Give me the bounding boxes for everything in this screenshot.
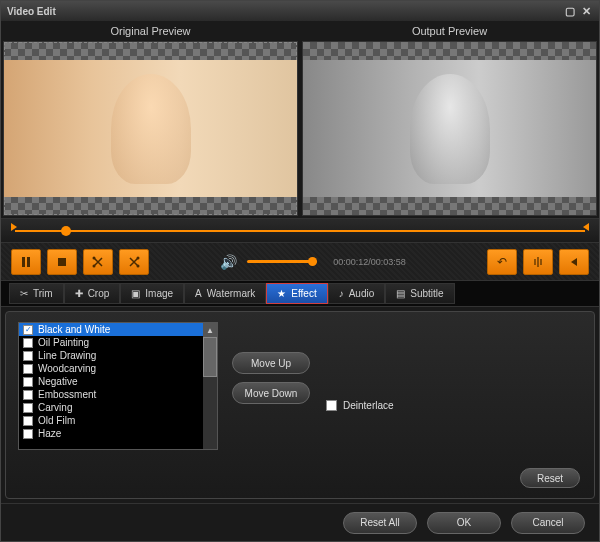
effect-item[interactable]: Oil Painting [19, 336, 217, 349]
effect-checkbox[interactable] [23, 416, 33, 426]
original-preview-label: Original Preview [1, 21, 300, 41]
effect-item[interactable]: Carving [19, 401, 217, 414]
svg-point-5 [137, 256, 140, 259]
effect-checkbox[interactable] [23, 351, 33, 361]
tab-effect[interactable]: ★Effect [266, 283, 327, 304]
crop-icon: ✚ [75, 288, 83, 299]
svg-point-4 [93, 264, 96, 267]
window-title: Video Edit [7, 6, 56, 17]
effect-label: Embossment [38, 389, 96, 400]
effect-checkbox[interactable] [23, 377, 33, 387]
volume-icon: 🔊 [220, 254, 237, 270]
effect-item[interactable]: Haze [19, 427, 217, 440]
effect-item[interactable]: ✓Black and White [19, 323, 217, 336]
effect-item[interactable]: Line Drawing [19, 349, 217, 362]
output-preview [302, 41, 597, 216]
close-button[interactable]: ✕ [579, 5, 593, 17]
cut-left-button[interactable] [83, 249, 113, 275]
edit-tabs: ✂Trim ✚Crop ▣Image AWatermark ★Effect ♪A… [1, 281, 599, 307]
maximize-button[interactable]: ▢ [563, 5, 577, 17]
cancel-button[interactable]: Cancel [511, 512, 585, 534]
pause-button[interactable] [11, 249, 41, 275]
preview-area: Original Preview Output Preview [1, 21, 599, 219]
effect-label: Carving [38, 402, 72, 413]
tab-watermark[interactable]: AWatermark [184, 283, 266, 304]
tab-trim[interactable]: ✂Trim [9, 283, 64, 304]
cut-right-button[interactable] [119, 249, 149, 275]
music-note-icon: ♪ [339, 288, 344, 299]
output-preview-column: Output Preview [300, 21, 599, 218]
effect-label: Line Drawing [38, 350, 96, 361]
effect-item[interactable]: Old Film [19, 414, 217, 427]
reset-all-button[interactable]: Reset All [343, 512, 417, 534]
volume-thumb[interactable] [308, 257, 317, 266]
original-preview[interactable] [3, 41, 298, 216]
effect-label: Black and White [38, 324, 110, 335]
effect-checkbox[interactable]: ✓ [23, 325, 33, 335]
undo-button[interactable]: ↶ [487, 249, 517, 275]
deinterlace-label: Deinterlace [343, 400, 394, 411]
tab-crop[interactable]: ✚Crop [64, 283, 121, 304]
playback-controls: 🔊 00:00:12/00:03:58 ↶ [1, 243, 599, 281]
effect-label: Haze [38, 428, 61, 439]
effect-item[interactable]: Woodcarving [19, 362, 217, 375]
effect-checkbox[interactable] [23, 390, 33, 400]
playhead[interactable] [61, 226, 71, 236]
subtitle-icon: ▤ [396, 288, 405, 299]
stop-button[interactable] [47, 249, 77, 275]
scroll-thumb[interactable] [203, 337, 217, 377]
watermark-icon: A [195, 288, 202, 299]
rotate-button[interactable] [559, 249, 589, 275]
playback-time: 00:00:12/00:03:58 [333, 257, 406, 267]
effect-label: Oil Painting [38, 337, 89, 348]
reorder-controls: Move Up Move Down [232, 322, 310, 488]
ok-button[interactable]: OK [427, 512, 501, 534]
original-preview-column: Original Preview [1, 21, 300, 218]
deinterlace-checkbox[interactable] [326, 400, 337, 411]
move-down-button[interactable]: Move Down [232, 382, 310, 404]
move-up-button[interactable]: Move Up [232, 352, 310, 374]
effect-label: Negative [38, 376, 77, 387]
effect-checkbox[interactable] [23, 338, 33, 348]
effect-list[interactable]: ✓Black and WhiteOil PaintingLine Drawing… [18, 322, 218, 450]
flip-button[interactable] [523, 249, 553, 275]
svg-rect-0 [22, 257, 25, 267]
svg-point-6 [137, 264, 140, 267]
effect-label: Old Film [38, 415, 75, 426]
video-edit-window: Video Edit ▢ ✕ Original Preview Output P… [0, 0, 600, 542]
star-icon: ★ [277, 288, 286, 299]
deinterlace-option[interactable]: Deinterlace [326, 400, 394, 411]
svg-rect-1 [27, 257, 30, 267]
scissors-icon: ✂ [20, 288, 28, 299]
effect-checkbox[interactable] [23, 429, 33, 439]
tab-subtitle[interactable]: ▤Subtitle [385, 283, 454, 304]
effect-scrollbar[interactable]: ▲ [203, 323, 217, 449]
dialog-footer: Reset All OK Cancel [1, 503, 599, 541]
scroll-up-arrow[interactable]: ▲ [203, 323, 217, 337]
volume-slider[interactable] [247, 260, 317, 263]
image-icon: ▣ [131, 288, 140, 299]
svg-point-3 [93, 256, 96, 259]
timeline[interactable] [1, 219, 599, 243]
effect-label: Woodcarving [38, 363, 96, 374]
reset-button[interactable]: Reset [520, 468, 580, 488]
effect-checkbox[interactable] [23, 403, 33, 413]
timeline-track [15, 230, 585, 232]
tab-audio[interactable]: ♪Audio [328, 283, 386, 304]
effect-item[interactable]: Negative [19, 375, 217, 388]
titlebar: Video Edit ▢ ✕ [1, 1, 599, 21]
effect-checkbox[interactable] [23, 364, 33, 374]
output-preview-label: Output Preview [300, 21, 599, 41]
trim-end-marker[interactable] [583, 223, 589, 231]
svg-rect-2 [58, 258, 66, 266]
tab-image[interactable]: ▣Image [120, 283, 184, 304]
effect-item[interactable]: Embossment [19, 388, 217, 401]
effects-panel: ✓Black and WhiteOil PaintingLine Drawing… [5, 311, 595, 499]
